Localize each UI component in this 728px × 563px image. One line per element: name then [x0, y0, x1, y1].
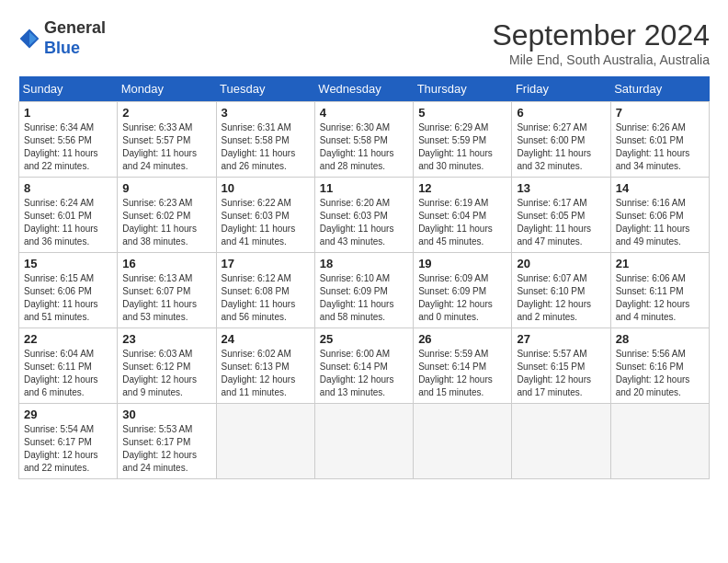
- calendar-week-row: 8Sunrise: 6:24 AMSunset: 6:01 PMDaylight…: [19, 178, 710, 253]
- calendar-day-cell: 27Sunrise: 5:57 AMSunset: 6:15 PMDayligh…: [512, 328, 610, 404]
- calendar-day-cell: 19Sunrise: 6:09 AMSunset: 6:09 PMDayligh…: [414, 253, 512, 328]
- day-number: 26: [418, 332, 506, 346]
- logo: General Blue: [18, 18, 106, 58]
- calendar-day-cell: 26Sunrise: 5:59 AMSunset: 6:14 PMDayligh…: [414, 328, 512, 404]
- day-info: Sunrise: 6:00 AMSunset: 6:14 PMDaylight:…: [320, 348, 408, 399]
- day-info: Sunrise: 6:15 AMSunset: 6:06 PMDaylight:…: [24, 272, 112, 324]
- day-number: 6: [517, 106, 605, 120]
- day-info: Sunrise: 6:12 AMSunset: 6:08 PMDaylight:…: [222, 272, 310, 324]
- day-info: Sunrise: 6:31 AMSunset: 5:58 PMDaylight:…: [222, 121, 310, 173]
- calendar-week-row: 15Sunrise: 6:15 AMSunset: 6:06 PMDayligh…: [19, 253, 710, 328]
- day-info: Sunrise: 6:06 AMSunset: 6:11 PMDaylight:…: [616, 272, 704, 324]
- day-info: Sunrise: 6:29 AMSunset: 5:59 PMDaylight:…: [418, 121, 506, 173]
- weekday-header-cell: Wednesday: [314, 76, 413, 102]
- title-block: September 2024 Mile End, South Australia…: [492, 18, 710, 67]
- day-number: 16: [122, 257, 210, 270]
- day-number: 5: [418, 106, 506, 120]
- day-info: Sunrise: 6:30 AMSunset: 5:58 PMDaylight:…: [320, 121, 408, 173]
- calendar-day-cell: 13Sunrise: 6:17 AMSunset: 6:05 PMDayligh…: [512, 178, 610, 253]
- day-number: 2: [122, 106, 210, 120]
- calendar-day-cell: 29Sunrise: 5:54 AMSunset: 6:17 PMDayligh…: [19, 404, 118, 479]
- day-info: Sunrise: 6:23 AMSunset: 6:02 PMDaylight:…: [122, 197, 210, 248]
- calendar-day-cell: 8Sunrise: 6:24 AMSunset: 6:01 PMDaylight…: [19, 178, 118, 253]
- calendar-day-cell: 1Sunrise: 6:34 AMSunset: 5:56 PMDaylight…: [19, 102, 118, 178]
- calendar-body: 1Sunrise: 6:34 AMSunset: 5:56 PMDaylight…: [19, 102, 710, 479]
- calendar-day-cell: 30Sunrise: 5:53 AMSunset: 6:17 PMDayligh…: [118, 404, 216, 479]
- calendar-day-cell: 3Sunrise: 6:31 AMSunset: 5:58 PMDaylight…: [216, 102, 314, 178]
- calendar-day-cell: [314, 404, 413, 479]
- weekday-header-cell: Thursday: [414, 76, 512, 102]
- day-info: Sunrise: 6:02 AMSunset: 6:13 PMDaylight:…: [222, 348, 310, 399]
- day-info: Sunrise: 6:27 AMSunset: 6:00 PMDaylight:…: [517, 121, 605, 173]
- calendar-day-cell: 18Sunrise: 6:10 AMSunset: 6:09 PMDayligh…: [314, 253, 413, 328]
- day-number: 27: [517, 332, 605, 346]
- day-number: 7: [616, 106, 704, 120]
- day-info: Sunrise: 5:54 AMSunset: 6:17 PMDaylight:…: [24, 423, 112, 475]
- day-number: 10: [222, 181, 310, 195]
- weekday-header-cell: Tuesday: [216, 76, 314, 102]
- day-info: Sunrise: 6:04 AMSunset: 6:11 PMDaylight:…: [24, 348, 112, 399]
- calendar-day-cell: [414, 404, 512, 479]
- day-info: Sunrise: 5:53 AMSunset: 6:17 PMDaylight:…: [122, 423, 210, 475]
- day-info: Sunrise: 6:20 AMSunset: 6:03 PMDaylight:…: [320, 197, 408, 248]
- day-number: 12: [418, 181, 506, 195]
- calendar-day-cell: 6Sunrise: 6:27 AMSunset: 6:00 PMDaylight…: [512, 102, 610, 178]
- day-info: Sunrise: 6:26 AMSunset: 6:01 PMDaylight:…: [616, 121, 704, 173]
- calendar-day-cell: 14Sunrise: 6:16 AMSunset: 6:06 PMDayligh…: [610, 178, 709, 253]
- day-info: Sunrise: 6:09 AMSunset: 6:09 PMDaylight:…: [418, 272, 506, 324]
- weekday-header-cell: Saturday: [610, 76, 709, 102]
- day-info: Sunrise: 6:03 AMSunset: 6:12 PMDaylight:…: [122, 348, 210, 399]
- day-number: 20: [517, 257, 605, 270]
- calendar-week-row: 22Sunrise: 6:04 AMSunset: 6:11 PMDayligh…: [19, 328, 710, 404]
- day-number: 25: [320, 332, 408, 346]
- day-info: Sunrise: 6:34 AMSunset: 5:56 PMDaylight:…: [24, 121, 112, 173]
- day-number: 18: [320, 257, 408, 270]
- day-info: Sunrise: 6:07 AMSunset: 6:10 PMDaylight:…: [517, 272, 605, 324]
- calendar-day-cell: 22Sunrise: 6:04 AMSunset: 6:11 PMDayligh…: [19, 328, 118, 404]
- logo-blue-text: Blue: [44, 39, 80, 57]
- month-title: September 2024: [492, 18, 710, 52]
- calendar-day-cell: 23Sunrise: 6:03 AMSunset: 6:12 PMDayligh…: [118, 328, 216, 404]
- day-number: 11: [320, 181, 408, 195]
- day-info: Sunrise: 5:56 AMSunset: 6:16 PMDaylight:…: [616, 348, 704, 399]
- day-info: Sunrise: 6:24 AMSunset: 6:01 PMDaylight:…: [24, 197, 112, 248]
- calendar-day-cell: 4Sunrise: 6:30 AMSunset: 5:58 PMDaylight…: [314, 102, 413, 178]
- day-number: 23: [122, 332, 210, 346]
- day-info: Sunrise: 5:57 AMSunset: 6:15 PMDaylight:…: [517, 348, 605, 399]
- calendar-day-cell: [610, 404, 709, 479]
- day-number: 15: [24, 257, 112, 270]
- calendar-day-cell: 17Sunrise: 6:12 AMSunset: 6:08 PMDayligh…: [216, 253, 314, 328]
- calendar-day-cell: 2Sunrise: 6:33 AMSunset: 5:57 PMDaylight…: [118, 102, 216, 178]
- calendar-day-cell: 16Sunrise: 6:13 AMSunset: 6:07 PMDayligh…: [118, 253, 216, 328]
- calendar-day-cell: 10Sunrise: 6:22 AMSunset: 6:03 PMDayligh…: [216, 178, 314, 253]
- day-number: 14: [616, 181, 704, 195]
- calendar-day-cell: 24Sunrise: 6:02 AMSunset: 6:13 PMDayligh…: [216, 328, 314, 404]
- day-info: Sunrise: 6:13 AMSunset: 6:07 PMDaylight:…: [122, 272, 210, 324]
- day-number: 1: [24, 106, 112, 120]
- day-number: 28: [616, 332, 704, 346]
- calendar-day-cell: 5Sunrise: 6:29 AMSunset: 5:59 PMDaylight…: [414, 102, 512, 178]
- day-number: 24: [222, 332, 310, 346]
- weekday-header-cell: Sunday: [19, 76, 118, 102]
- day-number: 22: [24, 332, 112, 346]
- calendar-week-row: 29Sunrise: 5:54 AMSunset: 6:17 PMDayligh…: [19, 404, 710, 479]
- location-subtitle: Mile End, South Australia, Australia: [492, 52, 710, 67]
- day-number: 21: [616, 257, 704, 270]
- day-info: Sunrise: 6:33 AMSunset: 5:57 PMDaylight:…: [122, 121, 210, 173]
- calendar-day-cell: 11Sunrise: 6:20 AMSunset: 6:03 PMDayligh…: [314, 178, 413, 253]
- calendar-day-cell: 21Sunrise: 6:06 AMSunset: 6:11 PMDayligh…: [610, 253, 709, 328]
- day-number: 29: [24, 408, 112, 421]
- calendar-day-cell: 9Sunrise: 6:23 AMSunset: 6:02 PMDaylight…: [118, 178, 216, 253]
- day-number: 3: [222, 106, 310, 120]
- calendar-day-cell: [512, 404, 610, 479]
- day-number: 9: [122, 181, 210, 195]
- day-number: 13: [517, 181, 605, 195]
- calendar-table: SundayMondayTuesdayWednesdayThursdayFrid…: [18, 76, 710, 479]
- day-info: Sunrise: 6:22 AMSunset: 6:03 PMDaylight:…: [222, 197, 310, 248]
- day-number: 30: [122, 408, 210, 421]
- day-info: Sunrise: 6:19 AMSunset: 6:04 PMDaylight:…: [418, 197, 506, 248]
- day-number: 8: [24, 181, 112, 195]
- calendar-day-cell: 25Sunrise: 6:00 AMSunset: 6:14 PMDayligh…: [314, 328, 413, 404]
- logo-general-text: General: [44, 18, 106, 37]
- calendar-week-row: 1Sunrise: 6:34 AMSunset: 5:56 PMDaylight…: [19, 102, 710, 178]
